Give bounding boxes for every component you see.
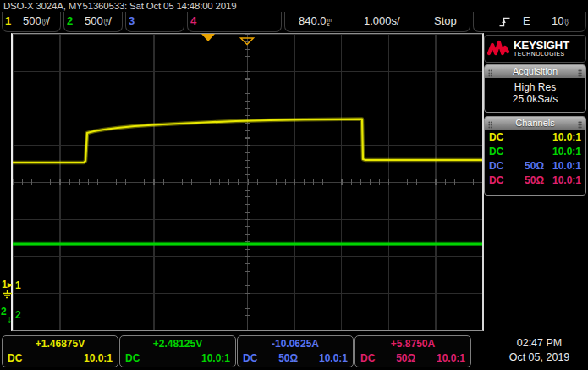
channel-4-number[interactable]: 4 bbox=[190, 14, 196, 27]
acquisition-header-label: Acquisition bbox=[513, 66, 558, 76]
measurement-coupling: DC bbox=[125, 353, 140, 364]
channel-4-coupling: DC bbox=[489, 174, 503, 186]
channel-1-scale-value: 500 bbox=[23, 14, 41, 27]
measurement-impedance: 50Ω bbox=[396, 353, 415, 364]
tab-channel-4[interactable] bbox=[187, 12, 282, 32]
channel-4-impedance: 50Ω bbox=[525, 174, 544, 186]
channel-2-offscreen-arrow: ↓ bbox=[7, 314, 12, 324]
channel-4-settings-row[interactable]: DC 50Ω 10.0:1 bbox=[485, 173, 585, 187]
channel-1-ground-icon bbox=[2, 290, 13, 301]
measurement-impedance: 50Ω bbox=[278, 353, 298, 364]
channel-3-coupling: DC bbox=[489, 160, 503, 172]
channel-2-number[interactable]: 2 bbox=[67, 14, 73, 27]
measurement-coupling: DC bbox=[8, 353, 22, 364]
measurement-value: -10.0625A bbox=[238, 339, 353, 350]
grip-icon bbox=[488, 68, 492, 80]
run-state[interactable]: Stop bbox=[434, 14, 457, 27]
channels-header-label: Channels bbox=[515, 118, 554, 128]
edge-trigger-icon[interactable] bbox=[498, 16, 511, 30]
clock-display: 02:47 PM Oct 05, 2019 bbox=[495, 336, 584, 365]
measurement-value: +1.46875V bbox=[3, 339, 118, 350]
channel-4-probe-ratio: 10.0:1 bbox=[544, 174, 581, 186]
channel-2-scale-value: 500 bbox=[85, 14, 103, 27]
trigger-level-unit: mV bbox=[564, 18, 569, 27]
trigger-source[interactable]: E bbox=[523, 14, 530, 27]
measurement-box-channel-2[interactable]: +2.48125V DC 10.0:1 bbox=[119, 335, 236, 367]
channel-1-coupling: DC bbox=[489, 131, 503, 143]
measurement-value: +2.48125V bbox=[120, 339, 235, 350]
grip-icon bbox=[578, 68, 582, 80]
channel-1-scale-slash: / bbox=[47, 14, 50, 27]
clock-time: 02:47 PM bbox=[495, 336, 584, 351]
instrument-title: DSO-X 3024A, MY51360533: Sat Oct 05 14:4… bbox=[3, 0, 236, 12]
keysight-logo: KEYSIGHT TECHNOLOGIES bbox=[484, 35, 586, 63]
channels-panel: Channels DC 10.0:1 DC 10.0:1 DC 50Ω 10.0… bbox=[484, 116, 586, 196]
channel-2-grid-label: 2 bbox=[15, 310, 21, 320]
measurement-value: +5.8750A bbox=[355, 339, 470, 350]
channel-2-settings-row[interactable]: DC 10.0:1 bbox=[485, 144, 585, 158]
timebase-scale[interactable]: 1.000s/ bbox=[364, 14, 400, 27]
channel-1-number[interactable]: 1 bbox=[5, 14, 11, 27]
clock-date: Oct 05, 2019 bbox=[495, 351, 584, 365]
channel-1-settings-row[interactable]: DC 10.0:1 bbox=[485, 130, 585, 144]
channel-1-grid-label: 1 bbox=[15, 280, 21, 290]
logo-sub-text: TECHNOLOGIES bbox=[514, 51, 569, 58]
sample-rate: 25.0kSa/s bbox=[485, 93, 585, 105]
measurement-probe-ratio: 10.0:1 bbox=[437, 353, 465, 364]
measurement-probe-ratio: 10.0:1 bbox=[201, 353, 230, 364]
channel-1-trace-glow bbox=[13, 119, 482, 163]
status-bar: 1 500mV/ 2 500mV/ 3 4 840.0ms 1.000s/ St… bbox=[0, 12, 588, 33]
trigger-level[interactable]: 10mV bbox=[552, 14, 569, 27]
acquisition-panel: Acquisition High Res 25.0kSa/s bbox=[484, 64, 586, 113]
channel-2-scale-slash: / bbox=[108, 14, 112, 27]
timebase-delay-unit: ms bbox=[327, 18, 332, 27]
measurement-probe-ratio: 10.0:1 bbox=[319, 353, 348, 364]
channel-2-coupling: DC bbox=[489, 146, 503, 157]
logo-brand-text: KEYSIGHT bbox=[514, 40, 569, 51]
measurement-box-channel-4[interactable]: +5.8750A DC 50Ω 10.0:1 bbox=[354, 335, 471, 367]
timebase-delay-value: 840.0 bbox=[299, 14, 327, 27]
measurement-box-channel-1[interactable]: +1.46875V DC 10.0:1 bbox=[2, 335, 118, 367]
acquisition-mode: High Res bbox=[485, 81, 585, 93]
grip-icon bbox=[488, 119, 492, 132]
measurement-box-channel-3[interactable]: -10.0625A DC 50Ω 10.0:1 bbox=[237, 335, 354, 367]
channel-3-impedance: 50Ω bbox=[525, 160, 544, 172]
acquisition-panel-header[interactable]: Acquisition bbox=[485, 65, 585, 78]
channel-1-scale[interactable]: 500mV/ bbox=[23, 14, 50, 27]
channel-3-number[interactable]: 3 bbox=[129, 14, 135, 27]
channel-1-trace bbox=[13, 119, 482, 163]
graticule: 1 2 bbox=[11, 33, 484, 331]
waveform-display bbox=[13, 34, 482, 330]
channel-2-reference-marker[interactable]: 2 bbox=[1, 306, 7, 317]
keysight-spark-icon bbox=[487, 39, 511, 59]
channel-1-probe-ratio: 10.0:1 bbox=[544, 131, 581, 143]
timebase-delay[interactable]: 840.0ms bbox=[299, 14, 332, 27]
measurement-probe-ratio: 10.0:1 bbox=[84, 353, 113, 364]
grip-icon bbox=[578, 119, 582, 132]
channel-2-scale[interactable]: 500mV/ bbox=[85, 14, 112, 27]
oscilloscope-screen: DSO-X 3024A, MY51360533: Sat Oct 05 14:4… bbox=[0, 0, 588, 370]
channels-panel-header[interactable]: Channels bbox=[485, 117, 585, 130]
channel-3-settings-row[interactable]: DC 50Ω 10.0:1 bbox=[485, 158, 585, 173]
measurement-coupling: DC bbox=[243, 353, 257, 364]
measurement-coupling: DC bbox=[360, 353, 375, 364]
trigger-level-value: 10 bbox=[552, 14, 563, 27]
channel-2-probe-ratio: 10.0:1 bbox=[544, 146, 581, 157]
channel-3-probe-ratio: 10.0:1 bbox=[544, 160, 581, 172]
